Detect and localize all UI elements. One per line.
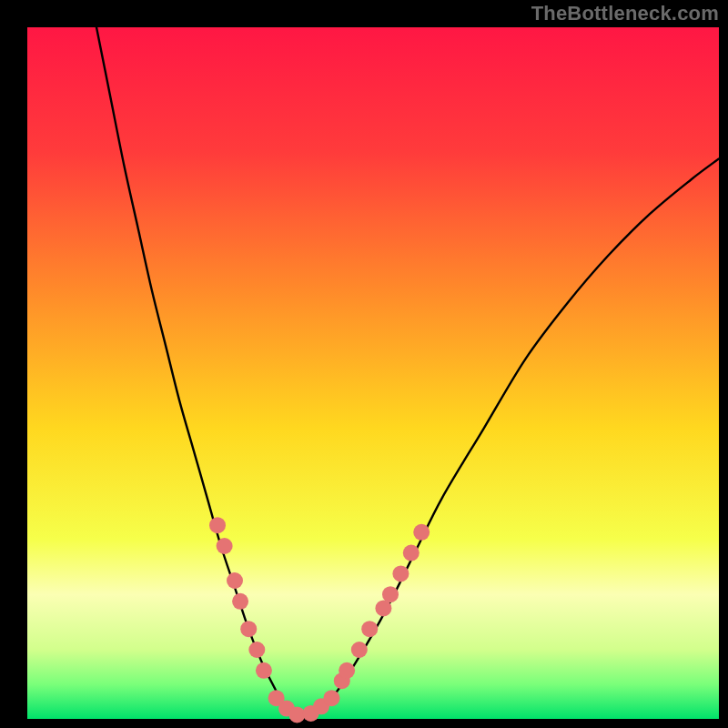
- marker-dot: [361, 621, 378, 637]
- marker-dot: [403, 545, 420, 561]
- marker-dot: [240, 621, 257, 637]
- bottleneck-chart: [0, 0, 728, 728]
- plot-background: [27, 27, 719, 719]
- marker-dot: [392, 565, 409, 581]
- marker-dot: [382, 586, 399, 602]
- marker-dot: [288, 706, 305, 723]
- marker-dot: [256, 662, 272, 679]
- marker-dot: [217, 538, 233, 554]
- marker-dot: [227, 572, 243, 589]
- marker-dot: [413, 524, 430, 541]
- watermark-text: TheBottleneck.com: [531, 2, 719, 25]
- marker-dot: [248, 642, 265, 658]
- marker-dot: [339, 662, 355, 679]
- chart-frame: TheBottleneck.com: [0, 0, 728, 728]
- marker-dot: [351, 642, 368, 658]
- marker-dot: [232, 593, 248, 610]
- marker-dot: [209, 517, 226, 533]
- marker-dot: [323, 690, 339, 706]
